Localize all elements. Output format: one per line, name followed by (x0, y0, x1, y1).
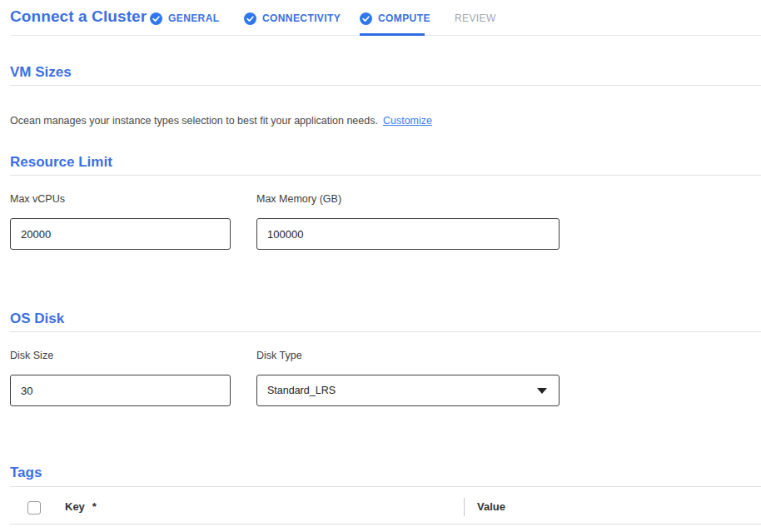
required-asterisk: * (92, 500, 97, 513)
disk-type-select[interactable]: Standard_LRS (256, 375, 560, 406)
key-header-label: Key (65, 500, 85, 513)
section-divider (10, 331, 761, 332)
vm-sizes-heading: VM Sizes (10, 64, 72, 81)
select-all-checkbox[interactable] (27, 501, 41, 515)
caret-down-icon (537, 388, 547, 394)
column-separator (464, 498, 465, 516)
max-vcpus-input[interactable] (10, 218, 231, 250)
section-divider (10, 486, 761, 487)
tab-label: COMPUTE (378, 12, 430, 24)
max-vcpus-label: Max vCPUs (10, 193, 65, 205)
max-memory-input[interactable] (256, 218, 560, 250)
customize-link[interactable]: Customize (383, 115, 432, 127)
disk-size-label: Disk Size (10, 350, 53, 361)
connect-cluster-page: Connect a Cluster GENERAL CONNECTIVITY C… (0, 0, 761, 532)
max-memory-label: Max Memory (GB) (256, 193, 341, 205)
disk-type-label: Disk Type (256, 350, 302, 361)
tab-label: GENERAL (168, 12, 219, 24)
check-circle-icon (150, 12, 162, 25)
vm-sizes-description-text: Ocean manages your instance types select… (10, 115, 378, 127)
tags-header-bottom-border (10, 524, 761, 525)
tags-value-column-header: Value (477, 500, 505, 513)
resource-limit-heading: Resource Limit (10, 154, 112, 171)
tab-connectivity[interactable]: CONNECTIVITY (244, 11, 341, 26)
vm-sizes-description: Ocean manages your instance types select… (10, 115, 432, 127)
disk-size-input[interactable] (10, 375, 231, 406)
check-circle-icon (360, 12, 372, 25)
active-tab-underline (360, 33, 425, 36)
tab-general[interactable]: GENERAL (150, 11, 219, 26)
tags-key-column-header: Key* (65, 500, 97, 513)
page-title: Connect a Cluster (10, 7, 147, 26)
check-circle-icon (244, 12, 256, 25)
disk-type-selected-value: Standard_LRS (267, 385, 537, 396)
tags-heading: Tags (10, 465, 42, 481)
tab-label: CONNECTIVITY (262, 12, 341, 24)
section-divider (10, 175, 761, 176)
tab-label: REVIEW (455, 12, 496, 24)
section-divider (10, 85, 761, 86)
os-disk-heading: OS Disk (10, 311, 64, 327)
tab-compute[interactable]: COMPUTE (360, 11, 430, 26)
tab-review[interactable]: REVIEW (455, 11, 496, 26)
